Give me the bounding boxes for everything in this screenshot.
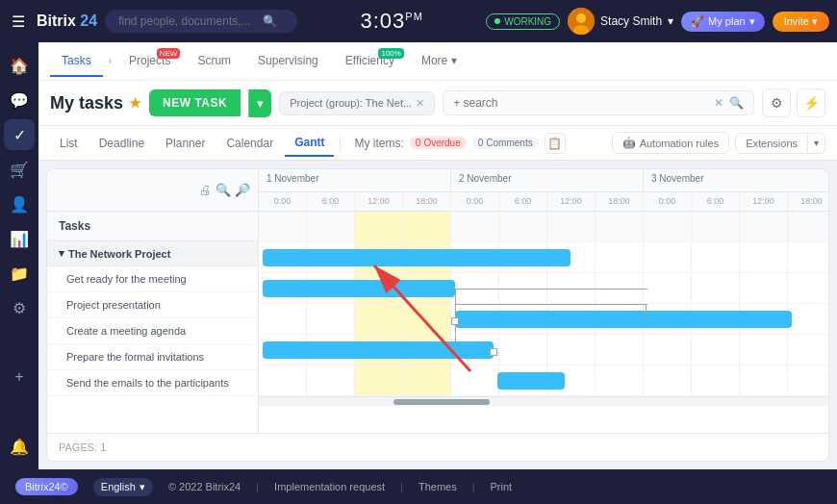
page-header: My tasks ★ NEW TASK ▾ Project (group): T…	[38, 81, 837, 126]
gantt-row-2	[259, 273, 828, 304]
sidebar-item-chat[interactable]: 💬	[4, 85, 35, 115]
myplan-button[interactable]: 🚀 My plan ▾	[681, 12, 765, 32]
footer-divider-1: |	[256, 481, 259, 492]
footer: Bitrix24© English ▾ © 2022 Bitrix24 | Im…	[0, 469, 837, 504]
date-2-nov: 2 November	[451, 169, 644, 191]
task-bar-1[interactable]	[263, 249, 571, 266]
gantt-row-5	[259, 365, 828, 396]
new-task-button[interactable]: NEW TASK	[149, 89, 241, 116]
gantt-timeline: 1 November 2 November 3 November 4 Novem…	[259, 169, 828, 396]
sidebar-item-add[interactable]: +	[4, 362, 35, 392]
working-status[interactable]: WORKING	[486, 13, 560, 30]
task-row-4[interactable]: Prepare the formal invitations	[47, 344, 258, 370]
sidebar: 🏠 💬 ✓ 🛒 👤 📊 📁 ⚙ + 🔔	[0, 42, 38, 469]
topbar: ☰ Bitrix 24 🔍 3:03PM WORKING Stacy Smith…	[0, 0, 837, 42]
task-search-area: ✕ 🔍	[443, 90, 754, 115]
group-chevron-icon: ▾	[59, 247, 64, 260]
task-row-3[interactable]: Create a meeting agenda	[47, 318, 258, 344]
rocket-icon: 🚀	[691, 15, 704, 28]
gantt-footer: PAGES: 1	[47, 433, 828, 461]
task-row-1[interactable]: Get ready for the meeting	[47, 266, 258, 292]
sidebar-item-contacts[interactable]: 👤	[4, 189, 35, 219]
tab-projects[interactable]: Projects NEW	[117, 46, 182, 77]
settings-icon-btn[interactable]: ⚙	[762, 88, 791, 117]
subtab-list[interactable]: List	[50, 131, 88, 156]
tab-efficiency[interactable]: Efficiency 100%	[334, 46, 406, 77]
implementation-link[interactable]: Implementation request	[274, 481, 385, 492]
gantt-print-icon[interactable]: 🖨	[199, 183, 212, 197]
gantt-zoom-in-icon[interactable]: 🔎	[235, 183, 250, 197]
filter-icon-btn[interactable]: 📋	[545, 133, 566, 154]
sidebar-item-crm[interactable]: 📊	[4, 223, 35, 254]
extensions-button[interactable]: Extensions	[735, 133, 808, 154]
gantt-right-panel[interactable]: 1 November 2 November 3 November 4 Novem…	[259, 169, 828, 433]
sidebar-item-cart[interactable]: 🛒	[4, 154, 35, 185]
tab-tasks[interactable]: Tasks	[50, 46, 103, 77]
gantt-task-group[interactable]: ▾ The Network Project	[47, 241, 258, 266]
task-row-5[interactable]: Send the emails to the participants	[47, 370, 258, 396]
new-task-dropdown[interactable]: ▾	[248, 89, 271, 117]
subtab-gantt[interactable]: Gantt	[285, 130, 334, 157]
topbar-logo: Bitrix 24	[37, 13, 97, 30]
task-bar-2[interactable]	[263, 280, 455, 297]
connector-h-1	[455, 289, 647, 290]
tab-scrum[interactable]: Scrum	[186, 46, 242, 77]
tab-supervising[interactable]: Supervising	[246, 46, 330, 77]
subtab-deadline[interactable]: Deadline	[89, 131, 154, 156]
connector-v-2	[646, 304, 647, 319]
comments-badge[interactable]: 0 Comments	[472, 137, 539, 149]
nav-tabs: Tasks › Projects NEW Scrum Supervising E…	[38, 42, 837, 81]
subtab-calendar[interactable]: Calendar	[216, 131, 283, 156]
sidebar-item-settings[interactable]: ⚙	[4, 292, 35, 323]
gantt-scrollbar[interactable]	[259, 396, 828, 406]
sidebar-item-tasks[interactable]: ✓	[4, 119, 35, 150]
filter-close-icon[interactable]: ✕	[416, 97, 424, 110]
robot-icon: 🤖	[622, 137, 636, 149]
star-icon[interactable]: ★	[129, 95, 141, 111]
automation-rules-button[interactable]: 🤖 Automation rules	[612, 132, 730, 154]
search-magnify-icon[interactable]: 🔍	[729, 96, 744, 110]
print-link[interactable]: Print	[491, 481, 513, 492]
overdue-badge[interactable]: 0 Overdue	[410, 137, 467, 149]
extensions-wrapper: Extensions ▾	[735, 133, 825, 154]
gantt-tasks-header: Tasks	[47, 212, 258, 241]
copyright: © 2022 Bitrix24	[168, 481, 241, 492]
bitrix24-footer-button[interactable]: Bitrix24©	[15, 478, 78, 495]
themes-link[interactable]: Themes	[418, 481, 457, 492]
sidebar-item-home[interactable]: 🏠	[4, 50, 35, 81]
extensions-dropdown[interactable]: ▾	[808, 133, 825, 154]
task-bar-3[interactable]	[455, 311, 792, 328]
connector-box-1	[451, 317, 459, 325]
search-clear-icon[interactable]: ✕	[714, 96, 723, 110]
footer-divider-3: |	[472, 481, 475, 492]
footer-divider-2: |	[400, 481, 403, 492]
connector-box-2	[490, 348, 497, 356]
hamburger-icon[interactable]: ☰	[8, 9, 29, 35]
invite-button[interactable]: Invite ▾	[773, 12, 829, 32]
project-filter-tag[interactable]: Project (group): The Net... ✕	[279, 91, 435, 115]
my-items-section: My items: 0 Overdue 0 Comments 📋	[354, 133, 565, 154]
gantt-zoom-out-icon[interactable]: 🔍	[216, 183, 231, 197]
sub-tabs: List Deadline Planner Calendar Gantt My …	[38, 126, 837, 161]
task-search-input[interactable]	[453, 96, 708, 110]
search-input[interactable]	[118, 14, 263, 28]
search-icon: 🔍	[263, 14, 277, 28]
task-bar-4[interactable]	[263, 341, 494, 359]
gantt-inner: 🖨 🔍 🔎 Tasks ▾ The Network Project Get re…	[47, 169, 828, 433]
sidebar-item-notifications[interactable]: 🔔	[4, 431, 35, 462]
gantt-scrollbar-thumb[interactable]	[393, 399, 490, 405]
subtab-planner[interactable]: Planner	[156, 131, 215, 156]
lightning-icon-btn[interactable]: ⚡	[797, 88, 825, 117]
task-row-2[interactable]: Project presentation	[47, 292, 258, 318]
projects-badge: NEW	[157, 48, 181, 59]
gantt-left-panel: 🖨 🔍 🔎 Tasks ▾ The Network Project Get re…	[47, 169, 259, 433]
gantt-date-headers: 1 November 2 November 3 November 4 Novem…	[259, 169, 828, 192]
nav-arrow: ›	[109, 56, 112, 66]
topbar-time: 3:03PM	[305, 9, 478, 34]
topbar-user[interactable]: Stacy Smith ▾	[568, 8, 673, 35]
task-bar-5[interactable]	[497, 372, 565, 390]
sidebar-item-drive[interactable]: 📁	[4, 258, 35, 289]
language-selector[interactable]: English ▾	[93, 478, 153, 496]
connector-h-2	[455, 304, 647, 305]
tab-more[interactable]: More ▾	[410, 46, 469, 77]
